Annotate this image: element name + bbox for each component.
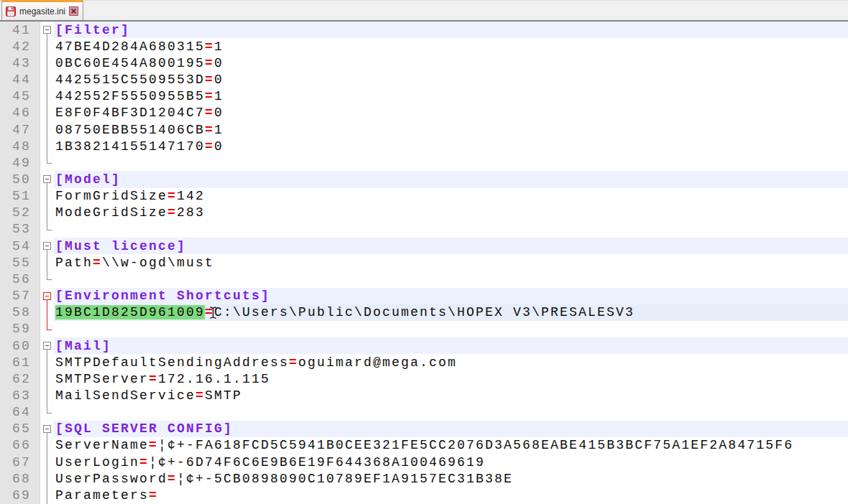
tab-megasite-ini[interactable]: megasite.ini: [1, 0, 83, 20]
editor-line-60[interactable]: 60 [Mail]: [0, 337, 848, 354]
editor-line-54[interactable]: 54 [Must licence]: [0, 238, 848, 254]
editor-line-46[interactable]: 46 E8F0F4BF3D1204C7=0: [0, 105, 848, 121]
code-text: SMTPServer=172.16.1.115: [54, 370, 848, 387]
code-text: UserLogin=¦¢+-6D74F6C6E9B6E19F644368A100…: [54, 454, 848, 470]
line-number: 61: [0, 354, 40, 370]
code-text: [54, 221, 848, 238]
line-number: 66: [0, 437, 40, 454]
editor-line-49[interactable]: 49: [0, 154, 848, 171]
code-text: [Mail]: [54, 337, 848, 354]
code-text: Parameters=: [54, 487, 848, 503]
line-number: 63: [0, 387, 40, 403]
code-text: UserPassword=¦¢+-5CB0898090C10789EF1A915…: [54, 470, 848, 487]
fold-line: [40, 370, 54, 387]
editor-line-51[interactable]: 51 FormGridSize=142: [0, 188, 848, 205]
fold-line: [40, 138, 54, 154]
editor-line-53[interactable]: 53: [0, 221, 848, 238]
line-number: 41: [0, 22, 40, 38]
fold-line: [40, 454, 54, 470]
line-number: 67: [0, 454, 40, 470]
editor-line-56[interactable]: 56: [0, 271, 848, 287]
editor-line-62[interactable]: 62 SMTPServer=172.16.1.115: [0, 370, 848, 387]
code-text: SMTPDefaultSendingAddress=oguimard@mega.…: [54, 354, 848, 370]
fold-end: [40, 221, 54, 238]
editor-line-48[interactable]: 48 1B38214155147170=0: [0, 138, 848, 154]
fold-line: [40, 188, 54, 205]
line-number: 50: [0, 171, 40, 187]
code-text: 4425515C5509553D=0: [54, 71, 848, 88]
line-number: 53: [0, 221, 40, 238]
code-text: [54, 154, 848, 171]
fold-collapse-icon[interactable]: [43, 292, 51, 300]
line-number: 52: [0, 205, 40, 221]
fold-end: [40, 271, 54, 287]
fold-collapse-icon[interactable]: [43, 425, 51, 433]
fold-line: [40, 437, 54, 454]
editor-line-58-current[interactable]: 58 19BC1D825D961009=C:\Users\Public\Docu…: [0, 304, 848, 321]
code-text: E8F0F4BF3D1204C7=0: [54, 105, 848, 121]
line-number: 54: [0, 238, 40, 254]
editor-line-45[interactable]: 45 442552F5550955B5=1: [0, 88, 848, 105]
unsaved-floppy-disk-icon: [6, 6, 16, 17]
fold-end-active: [40, 321, 54, 337]
editor-line-66[interactable]: 66 ServerName=¦¢+-FA618FCD5C5941B0CEE321…: [0, 437, 848, 454]
line-number: 56: [0, 271, 40, 287]
fold-line: [40, 387, 54, 403]
line-number: 44: [0, 71, 40, 88]
line-number: 45: [0, 88, 40, 105]
selected-text: 19BC1D825D961009: [55, 305, 205, 319]
editor-line-69[interactable]: 69 Parameters=: [0, 487, 848, 503]
code-text: [Environment Shortcuts]: [54, 288, 848, 304]
line-number: 65: [0, 421, 40, 437]
fold-margin: [40, 421, 54, 437]
fold-line: [40, 470, 54, 487]
code-text: ServerName=¦¢+-FA618FCD5C5941B0CEE321FE5…: [54, 437, 848, 454]
editor-line-42[interactable]: 42 47BE4D284A680315=1: [0, 38, 848, 55]
code-text: FormGridSize=142: [54, 188, 848, 205]
code-text: [54, 404, 848, 421]
fold-collapse-icon[interactable]: [43, 175, 51, 183]
editor-line-43[interactable]: 43 0BC60E454A800195=0: [0, 55, 848, 71]
code-text: [SQL SERVER CONFIG]: [54, 421, 848, 437]
line-number: 51: [0, 188, 40, 205]
fold-end: [40, 404, 54, 421]
editor-line-65[interactable]: 65 [SQL SERVER CONFIG]: [0, 421, 848, 437]
fold-end: [40, 154, 54, 171]
code-text: 08750EBB551406CB=1: [54, 121, 848, 138]
ibeam-cursor-icon: [209, 306, 217, 319]
fold-collapse-icon[interactable]: [43, 26, 51, 34]
line-number: 43: [0, 55, 40, 71]
editor-line-68[interactable]: 68 UserPassword=¦¢+-5CB0898090C10789EF1A…: [0, 470, 848, 487]
code-text: ModeGridSize=283: [54, 205, 848, 221]
tab-title: megasite.ini: [19, 6, 65, 17]
editor-line-55[interactable]: 55 Path=\\w-ogd\must: [0, 254, 848, 271]
editor-line-67[interactable]: 67 UserLogin=¦¢+-6D74F6C6E9B6E19F644368A…: [0, 454, 848, 470]
code-text: MailSendService=SMTP: [54, 387, 848, 403]
line-number: 47: [0, 121, 40, 138]
tab-bar: megasite.ini: [0, 0, 848, 22]
fold-collapse-icon[interactable]: [43, 342, 51, 350]
editor-line-44[interactable]: 44 4425515C5509553D=0: [0, 71, 848, 88]
fold-collapse-icon[interactable]: [43, 242, 51, 250]
fold-margin: [40, 171, 54, 187]
editor-line-41[interactable]: 41 [Filter]: [0, 22, 848, 38]
editor-line-52[interactable]: 52 ModeGridSize=283: [0, 205, 848, 221]
editor-line-57[interactable]: 57 [Environment Shortcuts]: [0, 288, 848, 304]
editor-line-63[interactable]: 63 MailSendService=SMTP: [0, 387, 848, 403]
line-number: 42: [0, 38, 40, 55]
fold-margin: [40, 337, 54, 354]
editor-line-64[interactable]: 64: [0, 404, 848, 421]
editor-line-61[interactable]: 61 SMTPDefaultSendingAddress=oguimard@me…: [0, 354, 848, 370]
close-icon[interactable]: [69, 6, 78, 16]
code-text: [Filter]: [54, 22, 848, 38]
code-text: 0BC60E454A800195=0: [54, 55, 848, 71]
code-text: [Model]: [54, 171, 848, 187]
line-number: 46: [0, 105, 40, 121]
editor-line-50[interactable]: 50 [Model]: [0, 171, 848, 187]
editor-line-47[interactable]: 47 08750EBB551406CB=1: [0, 121, 848, 138]
fold-line: [40, 55, 54, 71]
code-text: 442552F5550955B5=1: [54, 88, 848, 105]
fold-line: [40, 38, 54, 55]
editor-line-59[interactable]: 59: [0, 321, 848, 337]
text-editor[interactable]: 41 [Filter] 42 47BE4D284A680315=1 43 0BC…: [0, 22, 848, 504]
